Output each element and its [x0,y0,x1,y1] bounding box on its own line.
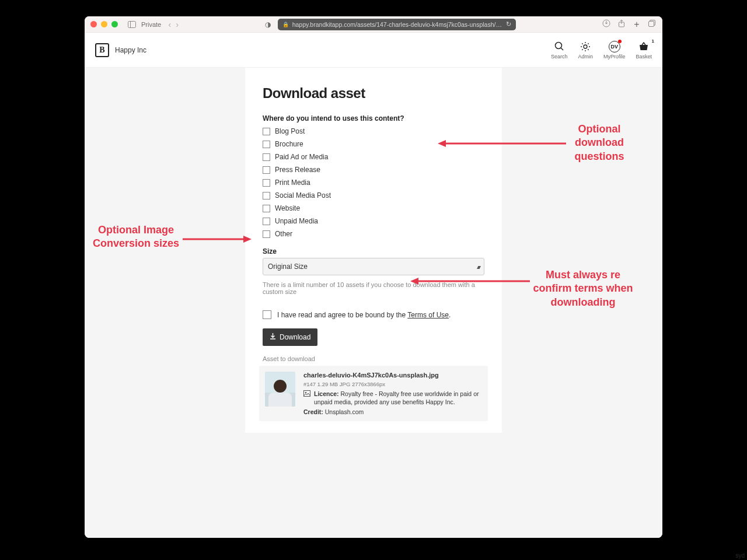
chevron-updown-icon: ▴▾ [477,264,479,270]
downloads-icon[interactable] [602,19,611,29]
svg-point-10 [305,392,306,393]
window-traffic-lights [90,21,118,27]
app-header: B Happy Inc Search Admin DV My [85,33,662,68]
usage-option-label: Other [275,230,292,238]
terms-text: I have read and agree to be bound by the… [277,311,451,319]
usage-option[interactable]: Social Media Post [263,190,484,201]
tabs-icon[interactable] [647,19,657,29]
share-icon[interactable] [617,19,626,29]
basket-icon [638,41,649,52]
usage-option[interactable]: Blog Post [263,126,484,136]
basket-action[interactable]: 1 Basket [636,41,652,60]
maximize-window-button[interactable] [111,21,118,27]
credit-text: Credit: Unsplash.com [303,408,482,415]
usage-option[interactable]: Print Media [263,177,484,188]
checkbox[interactable] [263,166,270,174]
asset-thumbnail[interactable] [265,372,295,407]
asset-filename: charles-deluvio-K4mSJ7kc0As-unsplash.jpg [303,372,482,379]
checkbox[interactable] [263,179,270,187]
licence-text: Licence: Royalty free - Royalty free use… [314,390,482,406]
gear-icon [580,41,591,52]
checkbox[interactable] [263,153,270,161]
svg-rect-9 [304,391,310,397]
usage-option-label: Social Media Post [275,191,331,200]
search-action[interactable]: Search [551,41,568,60]
search-icon [554,41,564,52]
usage-option[interactable]: Unpaid Media [263,216,484,226]
asset-to-download-label: Asset to download [263,355,484,362]
address-bar[interactable]: 🔒 happy.brandkitapp.com/assets/147-charl… [278,19,516,30]
refresh-icon[interactable]: ↻ [506,20,511,28]
admin-action[interactable]: Admin [578,41,593,60]
download-card: Download asset Where do you intend to us… [245,68,502,433]
svg-point-8 [584,45,587,48]
browser-chrome: Private ‹ › ◑ 🔒 happy.brandkitapp.com/as… [85,16,662,33]
browser-window: Private ‹ › ◑ 🔒 happy.brandkitapp.com/as… [85,16,662,538]
close-window-button[interactable] [90,21,97,27]
usage-option-label: Brochure [275,140,303,148]
brand[interactable]: B Happy Inc [95,43,146,57]
brand-logo: B [95,43,109,57]
header-actions: Search Admin DV MyProfile 1 Bas [551,41,652,60]
checkbox[interactable] [263,141,270,148]
terms-of-use-link[interactable]: Terms of Use [407,311,449,319]
terms-row: I have read and agree to be bound by the… [263,310,484,319]
checkbox[interactable] [263,230,270,238]
size-label: Size [263,247,484,256]
private-label: Private [141,21,161,28]
myprofile-action[interactable]: DV MyProfile [603,41,626,60]
usage-option-label: Press Release [275,166,320,174]
image-icon [303,390,310,398]
basket-count: 1 [652,38,654,44]
usage-options: Blog PostBrochurePaid Ad or MediaPress R… [263,126,484,239]
asset-info: charles-deluvio-K4mSJ7kc0As-unsplash.jpg… [303,372,482,415]
checkbox[interactable] [263,128,270,135]
download-button[interactable]: Download [263,328,317,346]
svg-line-7 [561,48,563,50]
brand-name: Happy Inc [115,46,146,54]
svg-rect-0 [128,21,136,27]
svg-rect-5 [649,22,654,27]
usage-option-label: Paid Ad or Media [275,153,328,161]
svg-point-6 [555,43,561,49]
size-hint: There is a limit number of 10 assets if … [263,281,484,295]
usage-option[interactable]: Website [263,203,484,214]
usage-option[interactable]: Other [263,229,484,239]
download-icon [270,333,276,341]
lock-icon: 🔒 [282,22,289,27]
sidebar-toggle-icon[interactable] [127,20,137,29]
watermark: syd [735,552,745,559]
checkbox[interactable] [263,218,270,225]
url-text: happy.brandkitapp.com/assets/147-charles… [292,21,502,28]
new-tab-icon[interactable]: + [632,19,641,30]
content-area: Download asset Where do you intend to us… [85,68,662,538]
asset-meta: #147 1.29 MB JPG 2776x3866px [303,381,482,387]
notification-dot [618,40,622,43]
forward-button[interactable]: › [176,19,179,29]
usage-option[interactable]: Paid Ad or Media [263,152,484,162]
page-title: Download asset [263,85,484,102]
usage-option-label: Unpaid Media [275,217,318,225]
back-button[interactable]: ‹ [168,19,171,29]
terms-checkbox[interactable] [263,310,271,319]
minimize-window-button[interactable] [101,21,107,27]
usage-option-label: Blog Post [275,127,305,135]
size-select[interactable]: Original Size ▴▾ [263,258,484,275]
usage-option[interactable]: Press Release [263,164,484,175]
checkbox[interactable] [263,205,270,212]
usage-question-label: Where do you intend to uses this content… [263,114,484,123]
usage-option-label: Website [275,204,300,212]
privacy-shield-icon[interactable]: ◑ [265,20,271,29]
usage-option-label: Print Media [275,178,310,187]
asset-box: charles-deluvio-K4mSJ7kc0As-unsplash.jpg… [259,366,488,421]
size-select-value: Original Size [268,262,308,271]
checkbox[interactable] [263,192,270,200]
usage-option[interactable]: Brochure [263,139,484,149]
